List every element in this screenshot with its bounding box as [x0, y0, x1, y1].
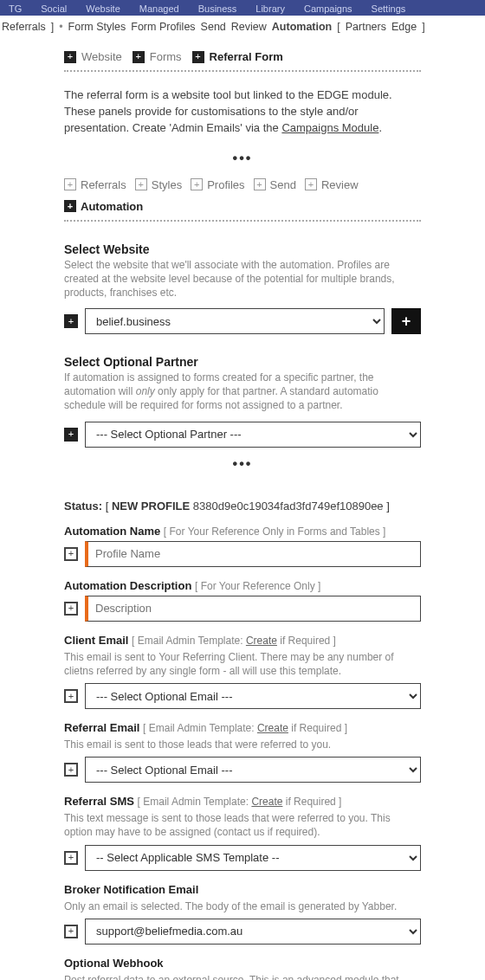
top-nav-item[interactable]: Campaigns [304, 3, 352, 14]
expand-icon[interactable]: + [64, 602, 78, 616]
broker-email-block: Broker Notification Email Only an email … [64, 883, 421, 945]
field-label: Referral SMS [64, 795, 134, 808]
expand-icon[interactable]: + [64, 547, 78, 561]
automation-description-input[interactable] [85, 596, 421, 622]
ellipsis-divider: ••• [64, 448, 421, 480]
field-label: Referral Email [64, 721, 139, 734]
status-new-profile: NEW PROFILE [112, 500, 190, 513]
plus-icon: + [305, 178, 317, 190]
plus-icon: + [64, 200, 76, 212]
automation-description-block: Automation Description [ For Your Refere… [64, 579, 421, 622]
field-help: This text message is sent to those leads… [64, 811, 421, 839]
select-website-section: Select Website Select the website that w… [64, 242, 421, 335]
subnav-item[interactable]: Form Profiles [131, 21, 195, 33]
plus-icon: + [64, 51, 76, 63]
subnav-item[interactable]: Partners [346, 21, 386, 33]
create-link[interactable]: Create [257, 722, 288, 734]
plus-icon: + [135, 178, 147, 190]
ellipsis-divider: ••• [64, 142, 421, 175]
tab-label: Send [270, 178, 296, 191]
field-sublabel: [ For Your Reference Only ] [195, 580, 320, 592]
subnav-item[interactable]: Form Styles [68, 21, 126, 33]
broker-email-select[interactable]: support@beliefmedia.com.au [85, 919, 421, 945]
bracket: [ [337, 21, 340, 33]
tab-label: Styles [152, 178, 182, 191]
breadcrumb-label: Website [81, 50, 122, 63]
referral-sms-select[interactable]: -- Select Applicable SMS Template -- [85, 845, 421, 871]
section-help: If automation is assigned to forms creat… [64, 371, 421, 413]
top-nav-item[interactable]: Social [41, 3, 67, 14]
main-content: + Website + Forms + Referral Form The re… [0, 42, 485, 980]
expand-icon[interactable]: + [64, 925, 78, 938]
referral-sms-block: Referral SMS [ Email Admin Template: Cre… [64, 795, 421, 870]
field-sublabel: [ Email Admin Template: Create if Requir… [138, 796, 342, 808]
expand-icon[interactable]: + [64, 689, 78, 703]
field-help: Only an email is selected. The body of t… [64, 899, 421, 913]
tab-referrals[interactable]: + Referrals [64, 178, 126, 191]
top-nav-item[interactable]: Business [198, 3, 237, 14]
expand-icon[interactable]: + [64, 314, 78, 328]
subnav-item[interactable]: Send [201, 21, 226, 33]
website-select[interactable]: belief.business [85, 308, 385, 334]
select-partner-section: Select Optional Partner If automation is… [64, 355, 421, 448]
tab-label: Automation [81, 200, 143, 213]
bracket: ] [422, 21, 424, 33]
tab-review[interactable]: + Review [305, 178, 359, 191]
breadcrumb-item[interactable]: + Website [64, 50, 122, 63]
breadcrumb: + Website + Forms + Referral Form [64, 42, 421, 72]
tab-styles[interactable]: + Styles [135, 178, 182, 191]
referral-email-block: Referral Email [ Email Admin Template: C… [64, 721, 421, 783]
status-hash: 8380d9e0c19034fad3fd749ef10890ee [193, 500, 384, 513]
top-nav-item[interactable]: Settings [372, 3, 406, 14]
breadcrumb-item-active[interactable]: + Referral Form [192, 50, 283, 63]
plus-icon: + [254, 178, 266, 190]
top-nav-item[interactable]: Managed [139, 3, 179, 14]
field-help: Post referral data to an external source… [64, 973, 421, 980]
referral-email-select[interactable]: --- Select Optional Email --- [85, 757, 421, 783]
top-nav-item[interactable]: TG [9, 3, 22, 14]
create-link[interactable]: Create [246, 635, 277, 647]
plus-icon: + [133, 51, 145, 63]
breadcrumb-item[interactable]: + Forms [133, 50, 182, 63]
field-sublabel: [ Email Admin Template: Create if Requir… [132, 635, 336, 647]
create-link[interactable]: Create [251, 796, 282, 808]
partner-select[interactable]: --- Select Optional Partner --- [85, 422, 421, 448]
field-label: Automation Name [64, 525, 160, 538]
automation-name-input[interactable] [85, 541, 421, 567]
top-nav-item[interactable]: Library [255, 3, 285, 14]
field-sublabel: [ For Your Reference Only in Forms and T… [164, 525, 386, 538]
field-help: This email is sent to those leads that w… [64, 738, 421, 751]
webhook-block: Optional Webhook Post referral data to a… [64, 957, 421, 980]
campaigns-module-link[interactable]: Campaigns Module [281, 121, 378, 134]
tab-profiles[interactable]: + Profiles [191, 178, 244, 191]
tab-send[interactable]: + Send [254, 178, 296, 191]
client-email-select[interactable]: --- Select Optional Email --- [85, 683, 421, 709]
expand-icon[interactable]: + [64, 428, 78, 442]
status-line: Status: [ NEW PROFILE 8380d9e0c19034fad3… [64, 500, 421, 513]
top-nav-item[interactable]: Website [86, 3, 120, 14]
tab-automation[interactable]: + Automation [64, 200, 143, 213]
expand-icon[interactable]: + [64, 763, 78, 777]
subnav-item-active[interactable]: Automation [272, 21, 332, 33]
field-label: Optional Webhook [64, 957, 164, 970]
add-website-button[interactable]: + [391, 308, 421, 334]
field-label: Broker Notification Email [64, 883, 198, 896]
separator-dot: • [59, 21, 62, 33]
bracket: ] [51, 21, 54, 33]
tab-label: Referrals [81, 178, 126, 191]
client-email-block: Client Email [ Email Admin Template: Cre… [64, 634, 421, 709]
section-title: Select Website [64, 242, 421, 256]
plus-icon: + [191, 178, 203, 190]
tab-label: Profiles [207, 178, 244, 191]
sub-nav: Referrals ] • Form Styles Form Profiles … [0, 16, 485, 42]
subnav-item[interactable]: Referrals [2, 21, 46, 33]
tab-row: + Referrals + Styles + Profiles + Send +… [64, 175, 421, 222]
breadcrumb-label: Forms [150, 50, 182, 63]
intro-text: The referral form is a website tool but … [64, 72, 421, 142]
subnav-item[interactable]: Review [231, 21, 267, 33]
expand-icon[interactable]: + [64, 851, 78, 865]
field-label: Automation Description [64, 579, 191, 592]
top-nav: TG Social Website Managed Business Libra… [0, 0, 485, 16]
field-label: Client Email [64, 634, 128, 647]
subnav-item[interactable]: Edge [391, 21, 417, 33]
